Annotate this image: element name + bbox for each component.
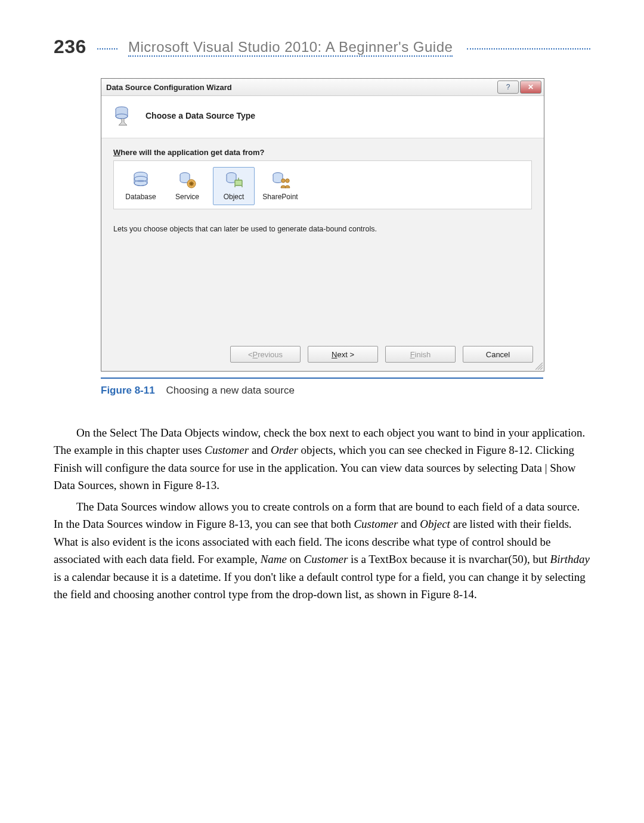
service-icon [177, 170, 197, 190]
option-object-label: Object [213, 193, 254, 201]
figure-8-11: Data Source Configuration Wizard ? ✕ [101, 78, 543, 397]
body-text: On the Select The Data Objects window, c… [54, 424, 590, 603]
wizard-question: Where will the application get data from… [113, 148, 532, 157]
book-title: Microsoft Visual Studio 2010: A Beginner… [128, 39, 453, 55]
figure-caption: Figure 8-11 Choosing a new data source [101, 385, 543, 397]
option-service-label: Service [167, 193, 208, 201]
resize-grip-icon[interactable] [534, 361, 543, 370]
close-icon: ✕ [528, 83, 534, 91]
running-head: 236 Microsoft Visual Studio 2010: A Begi… [54, 36, 590, 58]
figure-caption-rule [101, 378, 543, 379]
database-icon [131, 170, 151, 190]
data-source-wizard-dialog: Data Source Configuration Wizard ? ✕ [101, 78, 544, 372]
option-database[interactable]: Database [120, 167, 162, 205]
header-dots-left [97, 48, 117, 49]
svg-rect-8 [235, 180, 242, 185]
figure-caption-text: Choosing a new data source [166, 385, 294, 396]
paragraph-2: The Data Sources window allows you to cr… [54, 498, 590, 604]
data-source-header-icon [113, 104, 136, 127]
svg-point-11 [286, 179, 289, 182]
previous-button[interactable]: < Previous [230, 346, 301, 363]
cancel-button[interactable]: Cancel [463, 346, 533, 363]
svg-point-10 [281, 179, 285, 182]
wizard-heading: Choose a Data Source Type [145, 111, 255, 120]
close-button[interactable]: ✕ [520, 81, 541, 94]
help-button[interactable]: ? [497, 81, 519, 94]
wizard-button-row: < Previous Next > Finish Cancel [230, 346, 533, 363]
dialog-titlebar: Data Source Configuration Wizard ? ✕ [101, 79, 544, 96]
option-description: Lets you choose objects that can later b… [113, 225, 532, 233]
object-icon [224, 170, 244, 190]
sharepoint-icon [270, 170, 290, 190]
option-sharepoint-label: SharePoint [260, 193, 301, 201]
next-button[interactable]: Next > [308, 346, 378, 363]
help-icon: ? [506, 83, 510, 91]
finish-button[interactable]: Finish [385, 346, 456, 363]
page-number: 236 [54, 36, 86, 58]
wizard-header: Choose a Data Source Type [101, 96, 544, 138]
figure-number: Figure 8-11 [101, 385, 155, 396]
option-object[interactable]: Object [213, 167, 255, 205]
header-dots-right [467, 48, 590, 49]
source-type-options: Database Service [113, 160, 532, 209]
dialog-title: Data Source Configuration Wizard [106, 83, 496, 92]
paragraph-1: On the Select The Data Objects window, c… [54, 424, 590, 494]
wizard-body: Where will the application get data from… [101, 138, 544, 371]
option-database-label: Database [120, 193, 161, 201]
option-service[interactable]: Service [166, 167, 208, 205]
option-sharepoint[interactable]: SharePoint [259, 167, 301, 205]
